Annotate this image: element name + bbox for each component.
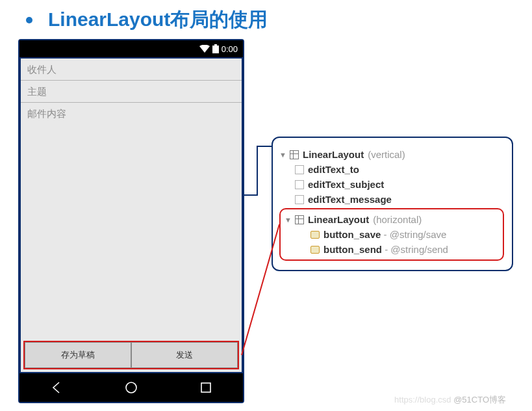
tree-sep: - <box>382 244 390 255</box>
tree-btn-name: button_save <box>323 229 381 240</box>
linearlayout-icon <box>295 215 304 224</box>
battery-icon <box>212 44 219 53</box>
outline-tree-panel: ▼ LinearLayout (vertical) editText_to ed… <box>272 137 513 271</box>
svg-rect-3 <box>201 383 210 392</box>
heading: LinearLayout布局的使用 <box>26 7 268 33</box>
home-icon[interactable] <box>124 380 138 395</box>
svg-point-2 <box>126 382 136 393</box>
edittext-to[interactable]: 收件人 <box>21 59 242 81</box>
svg-rect-1 <box>212 46 219 53</box>
button-icon <box>310 246 320 254</box>
edittext-icon <box>295 165 304 174</box>
watermark: https://blog.csd @51CTO博客 <box>394 394 506 406</box>
edittext-icon <box>295 180 304 189</box>
tree-root-qualifier: (vertical) <box>368 149 405 160</box>
tree-item-label: editText_message <box>308 194 392 205</box>
tree-inner-name: LinearLayout <box>308 214 369 225</box>
edittext-message[interactable]: 邮件内容 <box>21 103 242 124</box>
back-icon[interactable] <box>49 380 64 395</box>
chevron-down-icon: ▼ <box>279 151 286 159</box>
bullet-icon <box>26 17 32 23</box>
tree-item-button-save[interactable]: button_save - @string/save <box>285 227 499 242</box>
nav-bar <box>19 373 243 402</box>
tree-inner-qualifier: (horizontal) <box>373 214 422 225</box>
tree-btn-name: button_send <box>323 244 382 255</box>
tree-inner-linearlayout[interactable]: ▼ LinearLayout (horizontal) <box>285 212 499 227</box>
highlight-box: ▼ LinearLayout (horizontal) button_save … <box>279 208 504 261</box>
linearlayout-horizontal: 存为草稿 发送 <box>23 341 239 369</box>
tree-item-edittext-to[interactable]: editText_to <box>279 162 504 177</box>
button-send[interactable]: 发送 <box>131 342 238 368</box>
chevron-down-icon: ▼ <box>285 216 291 224</box>
watermark-faint: https://blog.csd <box>394 395 451 404</box>
svg-rect-0 <box>214 44 217 46</box>
tree-item-label: editText_subject <box>308 179 384 190</box>
status-time: 0:00 <box>222 44 238 54</box>
tree-btn-attr: @string/save <box>390 229 447 240</box>
tree-root[interactable]: ▼ LinearLayout (vertical) <box>279 147 504 162</box>
watermark-text: @51CTO博客 <box>453 395 506 404</box>
tree-root-name: LinearLayout <box>303 149 364 160</box>
edittext-subject[interactable]: 主题 <box>21 81 242 103</box>
linearlayout-icon <box>290 150 299 159</box>
tree-sep: - <box>381 229 389 240</box>
tree-item-edittext-subject[interactable]: editText_subject <box>279 177 504 192</box>
phone-mockup: 0:00 收件人 主题 邮件内容 存为草稿 发送 <box>18 39 244 403</box>
screen-linearlayout-vertical: 收件人 主题 邮件内容 存为草稿 发送 <box>19 57 243 373</box>
tree-item-button-send[interactable]: button_send - @string/send <box>285 242 499 257</box>
tree-item-label: editText_to <box>308 164 359 175</box>
button-save[interactable]: 存为草稿 <box>25 342 131 368</box>
page-title: LinearLayout布局的使用 <box>48 7 268 33</box>
tree-item-edittext-message[interactable]: editText_message <box>279 192 504 207</box>
wifi-icon <box>199 45 210 53</box>
edittext-icon <box>295 195 304 204</box>
tree-btn-attr: @string/send <box>390 244 448 255</box>
recent-icon[interactable] <box>199 380 213 395</box>
status-bar: 0:00 <box>19 40 243 57</box>
button-icon <box>310 231 320 239</box>
